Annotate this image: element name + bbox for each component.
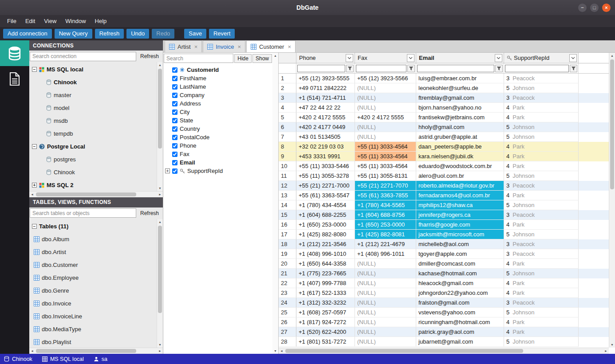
cell-supportrepid[interactable]: 4Park: [504, 327, 579, 337]
row-number[interactable]: 4: [279, 103, 296, 113]
tables-refresh-button[interactable]: Refresh: [137, 209, 162, 218]
cell-fax[interactable]: +55 (12) 3923-5566: [355, 74, 416, 83]
row-number[interactable]: 19: [279, 249, 296, 259]
columns-search-input[interactable]: [164, 54, 233, 63]
cell-supportrepid[interactable]: 4Park: [504, 191, 579, 200]
scroll-left-icon[interactable]: ◄: [29, 192, 35, 197]
new-query-button[interactable]: New Query: [55, 29, 92, 39]
scroll-thumb[interactable]: [285, 349, 523, 353]
cell-phone[interactable]: +1 (780) 434-4554: [296, 200, 355, 210]
cell-supportrepid[interactable]: 5Johnson: [504, 269, 579, 278]
cell-email[interactable]: eduardo@woodstock.com.br: [416, 161, 504, 171]
column-checkbox-city[interactable]: [172, 110, 177, 115]
cell-fax[interactable]: +1 (604) 688-8756: [355, 210, 416, 220]
row-number[interactable]: 6: [279, 122, 296, 132]
column-item-company[interactable]: Company: [163, 91, 278, 99]
cell-email[interactable]: roberto.almeida@riotur.gov.br: [416, 181, 504, 191]
cell-phone[interactable]: +1 (775) 223-7665: [296, 269, 355, 278]
cell-phone[interactable]: +1 (212) 221-3546: [296, 239, 355, 249]
connection-item-chinook[interactable]: Chinook: [29, 166, 157, 179]
scroll-down-icon[interactable]: ▼: [609, 342, 615, 348]
cell-supportrepid[interactable]: 3Peacock: [504, 239, 579, 249]
add-connection-button[interactable]: Add connection: [3, 29, 52, 39]
cell-email[interactable]: frantisekw@jetbrains.com: [416, 113, 504, 122]
cell-email[interactable]: leonekohler@surfeu.de: [416, 83, 504, 93]
row-number[interactable]: 23: [279, 288, 296, 298]
column-item-lastname[interactable]: LastName: [163, 82, 278, 91]
status-chinook[interactable]: Chinook: [4, 356, 32, 362]
column-checkbox-address[interactable]: [172, 101, 177, 106]
table-item-dbo-customer[interactable]: dbo.Customer: [29, 258, 157, 271]
cell-fax[interactable]: +1 (408) 996-1011: [355, 249, 416, 259]
column-checkbox-customerid[interactable]: [172, 67, 177, 73]
row-number[interactable]: 20: [279, 259, 296, 269]
cell-phone[interactable]: +55 (61) 3363-5547: [296, 191, 355, 200]
cell-fax[interactable]: (NULL): [355, 308, 416, 317]
row-number[interactable]: 24: [279, 298, 296, 308]
column-item-postalcode[interactable]: PostalCode: [163, 133, 278, 141]
filter-funnel-icon[interactable]: [407, 65, 415, 72]
scroll-up-icon[interactable]: ▲: [157, 219, 163, 225]
cell-supportrepid[interactable]: 4Park: [504, 113, 579, 122]
row-number[interactable]: 12: [279, 181, 296, 191]
cell-email[interactable]: jenniferp@rogers.ca: [416, 210, 504, 220]
cell-phone[interactable]: +1 (608) 257-0597: [296, 308, 355, 317]
close-icon[interactable]: ×: [602, 4, 611, 12]
column-checkbox-postalcode[interactable]: [172, 135, 177, 140]
column-header-fax[interactable]: Fax: [355, 53, 416, 63]
cell-fax[interactable]: (NULL): [355, 278, 416, 288]
scroll-right-icon[interactable]: ►: [603, 348, 609, 354]
cell-email[interactable]: fernadaramos4@uol.com.br: [416, 191, 504, 200]
row-number[interactable]: 14: [279, 200, 296, 210]
connection-item-postgres[interactable]: postgres: [29, 153, 157, 166]
scroll-down-icon[interactable]: ▼: [157, 185, 163, 191]
cell-phone[interactable]: +55 (11) 3033-5446: [296, 161, 355, 171]
scroll-right-icon[interactable]: ►: [157, 348, 163, 354]
tab-artist[interactable]: Artist×: [165, 40, 202, 52]
connections-vscrollbar[interactable]: ▲ ▼: [157, 62, 163, 191]
cell-fax[interactable]: +55 (11) 3055-8131: [355, 171, 416, 181]
column-item-customerid[interactable]: CustomerId: [163, 66, 278, 74]
cell-supportrepid[interactable]: 5Johnson: [504, 230, 579, 239]
column-checkbox-supportrepid[interactable]: [172, 168, 177, 174]
revert-button[interactable]: Revert: [209, 29, 235, 39]
refresh-button[interactable]: Refresh: [95, 29, 124, 39]
cell-phone[interactable]: +1 (617) 522-1333: [296, 288, 355, 298]
cell-supportrepid[interactable]: 3Peacock: [504, 298, 579, 308]
expand-icon[interactable]: +: [165, 168, 170, 173]
row-number[interactable]: 15: [279, 210, 296, 220]
row-number[interactable]: 17: [279, 230, 296, 239]
scroll-up-icon[interactable]: ▲: [272, 53, 278, 59]
cell-phone[interactable]: +49 0711 2842222: [296, 83, 355, 93]
row-number[interactable]: 21: [279, 269, 296, 278]
cell-email[interactable]: patrick.gray@aol.com: [416, 327, 504, 337]
cell-phone[interactable]: +1 (425) 882-8080: [296, 230, 355, 239]
cell-phone[interactable]: +32 02 219 03 03: [296, 142, 355, 152]
cell-phone[interactable]: +1 (650) 644-3358: [296, 259, 355, 269]
rail-item-connections[interactable]: [0, 40, 29, 66]
column-list-vscrollbar[interactable]: ▲ ▼: [272, 53, 278, 354]
row-number[interactable]: 13: [279, 191, 296, 200]
tables-hscrollbar[interactable]: ◄ ►: [29, 348, 163, 354]
table-item-dbo-mediatype[interactable]: dbo.MediaType: [29, 323, 157, 336]
scroll-thumb[interactable]: [158, 69, 162, 149]
cell-supportrepid[interactable]: 3Peacock: [504, 210, 579, 220]
connections-hscrollbar[interactable]: ◄ ►: [29, 191, 163, 197]
cell-email[interactable]: michelleb@aol.com: [416, 239, 504, 249]
tab-invoice[interactable]: Invoice×: [203, 40, 245, 52]
save-button[interactable]: Save: [184, 29, 206, 39]
connection-item-msdb[interactable]: msdb: [29, 114, 157, 127]
scroll-right-icon[interactable]: ►: [157, 192, 163, 197]
status-sa[interactable]: sa: [94, 356, 107, 362]
connection-item-chinook[interactable]: Chinook: [29, 76, 157, 89]
column-checkbox-phone[interactable]: [172, 143, 177, 149]
cell-fax[interactable]: (NULL): [355, 269, 416, 278]
scroll-thumb[interactable]: [36, 192, 136, 196]
cell-fax[interactable]: (NULL): [355, 327, 416, 337]
maximize-icon[interactable]: □: [590, 4, 599, 12]
cell-fax[interactable]: (NULL): [355, 298, 416, 308]
status-ms-sql-local[interactable]: MS SQL local: [42, 356, 84, 362]
cell-fax[interactable]: +55 (21) 2271-7070: [355, 181, 416, 191]
cell-supportrepid[interactable]: 3Peacock: [504, 181, 579, 191]
row-number[interactable]: 16: [279, 220, 296, 230]
